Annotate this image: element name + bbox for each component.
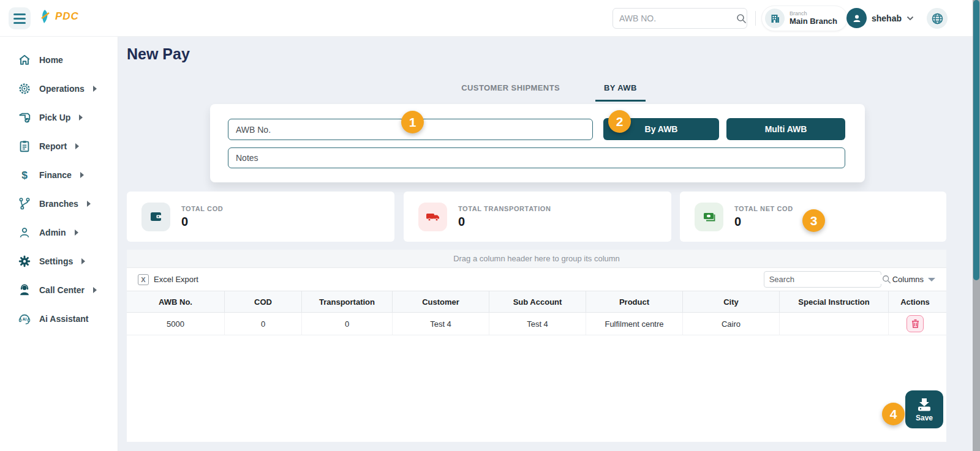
vertical-scrollbar[interactable]: [973, 0, 980, 451]
wallet-icon: [141, 203, 170, 231]
person-icon: [17, 226, 32, 239]
step-badge-3: 3: [802, 209, 825, 232]
page-title: New Pay: [127, 45, 190, 63]
tab-by-awb[interactable]: BY AWB: [595, 77, 646, 102]
col-header-transportation[interactable]: Transportation: [302, 291, 393, 312]
sidebar-item-home[interactable]: Home: [0, 45, 118, 74]
cell-sub-account: Test 4: [489, 313, 586, 335]
brand-logo: PDC: [39, 9, 79, 24]
col-header-sub-account[interactable]: Sub Account: [489, 291, 586, 312]
svg-text:AI: AI: [23, 317, 27, 321]
delete-row-button[interactable]: [907, 315, 924, 332]
grid-search: [764, 271, 881, 288]
step-badge-4: 4: [882, 403, 905, 425]
grid-header-row: AWB No. COD Transportation Customer Sub …: [127, 291, 946, 313]
card-value: 0: [734, 215, 793, 229]
sidebar-item-label: Operations: [39, 84, 85, 94]
col-header-awb-no[interactable]: AWB No.: [127, 291, 225, 312]
sidebar-item-label: Ai Assistant: [39, 314, 88, 324]
excel-icon: X: [138, 274, 149, 285]
col-header-actions[interactable]: Actions: [889, 291, 941, 312]
topbar: PDC Branch Main Branch shehab: [0, 0, 980, 37]
chevron-right-icon: [80, 172, 84, 178]
chevron-right-icon: [81, 258, 85, 264]
card-value: 0: [458, 215, 551, 229]
chevron-right-icon: [79, 114, 83, 121]
menu-toggle-button[interactable]: [9, 7, 31, 29]
col-header-customer[interactable]: Customer: [393, 291, 489, 312]
col-header-cod[interactable]: COD: [225, 291, 302, 312]
gear-icon: [17, 255, 32, 268]
total-transportation-card: TOTAL TRANSPORTATION 0: [404, 192, 671, 242]
search-icon[interactable]: [736, 13, 753, 24]
notes-input[interactable]: [228, 147, 845, 168]
shipments-grid: Drag a column header here to group its c…: [127, 250, 946, 442]
branch-tree-icon: [17, 197, 32, 211]
topbar-divider: [755, 11, 756, 26]
user-menu[interactable]: shehab: [846, 8, 914, 28]
card-title: TOTAL COD: [181, 205, 223, 212]
chevron-right-icon: [75, 143, 79, 149]
username: shehab: [872, 13, 902, 23]
scrollbar-thumb[interactable]: [973, 0, 979, 280]
building-icon: [765, 9, 785, 28]
col-header-city[interactable]: City: [683, 291, 780, 312]
leaf-icon: [39, 9, 53, 24]
sidebar-item-label: Settings: [39, 256, 73, 266]
sidebar-item-report[interactable]: Report: [0, 132, 118, 160]
sidebar-item-admin[interactable]: Admin: [0, 218, 118, 247]
language-globe-button[interactable]: [927, 8, 948, 29]
main-content: New Pay CUSTOMER SHIPMENTS BY AWB By AWB…: [118, 37, 980, 451]
brand-name: PDC: [55, 10, 79, 23]
home-icon: [17, 53, 32, 67]
topbar-awb-search-input[interactable]: [613, 13, 736, 23]
sidebar-item-label: Home: [39, 55, 63, 65]
branch-selector[interactable]: Branch Main Branch: [761, 6, 848, 31]
truck-icon: [418, 203, 447, 231]
cell-cod: 0: [225, 313, 302, 335]
sidebar-item-finance[interactable]: $ Finance: [0, 160, 118, 189]
step-badge-2: 2: [608, 110, 631, 133]
cell-customer: Test 4: [393, 313, 489, 335]
awb-entry-card: By AWB Multi AWB: [210, 104, 865, 182]
operations-icon: [17, 82, 32, 95]
cell-city: Cairo: [683, 313, 780, 335]
columns-label: Columns: [892, 275, 924, 284]
sidebar-item-ai-assistant[interactable]: AI Ai Assistant: [0, 304, 118, 333]
sidebar-item-call-center[interactable]: Call Center: [0, 275, 118, 304]
grid-toolbar: X Excel Export Columns: [127, 268, 946, 291]
sidebar-item-label: Branches: [39, 199, 78, 209]
col-header-product[interactable]: Product: [586, 291, 683, 312]
branch-name: Main Branch: [790, 17, 837, 26]
group-drop-zone[interactable]: Drag a column header here to group its c…: [127, 250, 946, 268]
excel-export-button[interactable]: X Excel Export: [138, 274, 198, 285]
card-title: TOTAL NET COD: [734, 205, 793, 212]
save-button[interactable]: Save: [905, 390, 943, 428]
save-icon: [916, 397, 933, 412]
chevron-right-icon: [93, 287, 97, 293]
avatar: [846, 8, 867, 28]
sidebar-item-pickup[interactable]: Pick Up: [0, 103, 118, 132]
sidebar-item-branches[interactable]: Branches: [0, 189, 118, 218]
chevron-right-icon: [75, 229, 78, 236]
card-value: 0: [181, 215, 223, 229]
svg-text:$: $: [21, 168, 28, 181]
excel-export-label: Excel Export: [154, 275, 198, 284]
card-title: TOTAL TRANSPORTATION: [458, 205, 551, 212]
sidebar-item-label: Report: [39, 141, 67, 151]
chevron-right-icon: [87, 201, 91, 207]
sidebar-item-operations[interactable]: Operations: [0, 74, 118, 103]
cell-awb-no: 5000: [127, 313, 225, 335]
sidebar-item-settings[interactable]: Settings: [0, 247, 118, 275]
multi-awb-button[interactable]: Multi AWB: [726, 118, 845, 140]
ai-assistant-icon: AI: [17, 312, 32, 326]
trash-icon: [911, 319, 920, 329]
cell-actions: [889, 313, 941, 335]
columns-dropdown[interactable]: Columns: [892, 275, 940, 284]
cell-product: Fulfilment centre: [586, 313, 683, 335]
cash-icon: [695, 203, 723, 231]
tab-customer-shipments[interactable]: CUSTOMER SHIPMENTS: [453, 77, 568, 102]
sidebar-item-label: Call Center: [39, 285, 85, 295]
col-header-special-instruction[interactable]: Special Instruction: [780, 291, 889, 312]
grid-search-input[interactable]: [764, 275, 882, 284]
